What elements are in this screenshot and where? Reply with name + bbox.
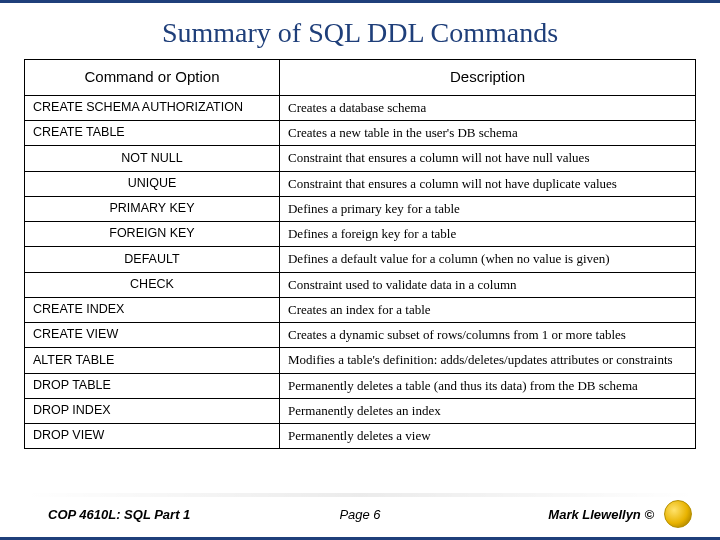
cell-command: CREATE INDEX: [25, 297, 280, 322]
table-row: FOREIGN KEYDefines a foreign key for a t…: [25, 222, 696, 247]
cell-description: Defines a foreign key for a table: [279, 222, 695, 247]
table-row: UNIQUEConstraint that ensures a column w…: [25, 171, 696, 196]
table-row: CREATE INDEXCreates an index for a table: [25, 297, 696, 322]
table-row: DEFAULTDefines a default value for a col…: [25, 247, 696, 272]
cell-command: CREATE VIEW: [25, 323, 280, 348]
cell-description: Defines a primary key for a table: [279, 196, 695, 221]
cell-command: UNIQUE: [25, 171, 280, 196]
table-row: DROP VIEWPermanently deletes a view: [25, 424, 696, 449]
table-row: CREATE TABLECreates a new table in the u…: [25, 121, 696, 146]
table-row: CHECKConstraint used to validate data in…: [25, 272, 696, 297]
cell-command: PRIMARY KEY: [25, 196, 280, 221]
cell-command: DROP TABLE: [25, 373, 280, 398]
cell-command: NOT NULL: [25, 146, 280, 171]
cell-command: DROP INDEX: [25, 398, 280, 423]
table-row: CREATE VIEWCreates a dynamic subset of r…: [25, 323, 696, 348]
cell-command: CREATE SCHEMA AUTHORIZATION: [25, 95, 280, 120]
cell-description: Creates a dynamic subset of rows/columns…: [279, 323, 695, 348]
table-row: DROP TABLEPermanently deletes a table (a…: [25, 373, 696, 398]
cell-description: Permanently deletes a view: [279, 424, 695, 449]
cell-description: Creates a new table in the user's DB sch…: [279, 121, 695, 146]
table-header-row: Command or Option Description: [25, 60, 696, 96]
cell-command: FOREIGN KEY: [25, 222, 280, 247]
cell-command: DEFAULT: [25, 247, 280, 272]
ddl-commands-table: Command or Option Description CREATE SCH…: [24, 59, 696, 449]
cell-command: ALTER TABLE: [25, 348, 280, 373]
cell-description: Creates an index for a table: [279, 297, 695, 322]
table-row: DROP INDEXPermanently deletes an index: [25, 398, 696, 423]
cell-description: Permanently deletes a table (and thus it…: [279, 373, 695, 398]
cell-description: Constraint that ensures a column will no…: [279, 146, 695, 171]
header-command: Command or Option: [25, 60, 280, 96]
table-row: PRIMARY KEYDefines a primary key for a t…: [25, 196, 696, 221]
cell-description: Defines a default value for a column (wh…: [279, 247, 695, 272]
cell-command: CHECK: [25, 272, 280, 297]
cell-description: Constraint that ensures a column will no…: [279, 171, 695, 196]
footer-course: COP 4610L: SQL Part 1: [48, 507, 190, 522]
cell-description: Permanently deletes an index: [279, 398, 695, 423]
page-title: Summary of SQL DDL Commands: [0, 3, 720, 59]
cell-description: Modifies a table's definition: adds/dele…: [279, 348, 695, 373]
cell-description: Creates a database schema: [279, 95, 695, 120]
table-row: CREATE SCHEMA AUTHORIZATIONCreates a dat…: [25, 95, 696, 120]
table-container: Command or Option Description CREATE SCH…: [24, 59, 696, 449]
footer: COP 4610L: SQL Part 1 Page 6 Mark Llewel…: [0, 497, 720, 531]
footer-author: Mark Llewellyn ©: [548, 507, 654, 522]
cell-command: CREATE TABLE: [25, 121, 280, 146]
header-description: Description: [279, 60, 695, 96]
cell-description: Constraint used to validate data in a co…: [279, 272, 695, 297]
institution-logo-icon: [664, 500, 692, 528]
slide: Summary of SQL DDL Commands Command or O…: [0, 0, 720, 540]
table-row: NOT NULLConstraint that ensures a column…: [25, 146, 696, 171]
cell-command: DROP VIEW: [25, 424, 280, 449]
footer-page: Page 6: [339, 507, 380, 522]
table-row: ALTER TABLEModifies a table's definition…: [25, 348, 696, 373]
